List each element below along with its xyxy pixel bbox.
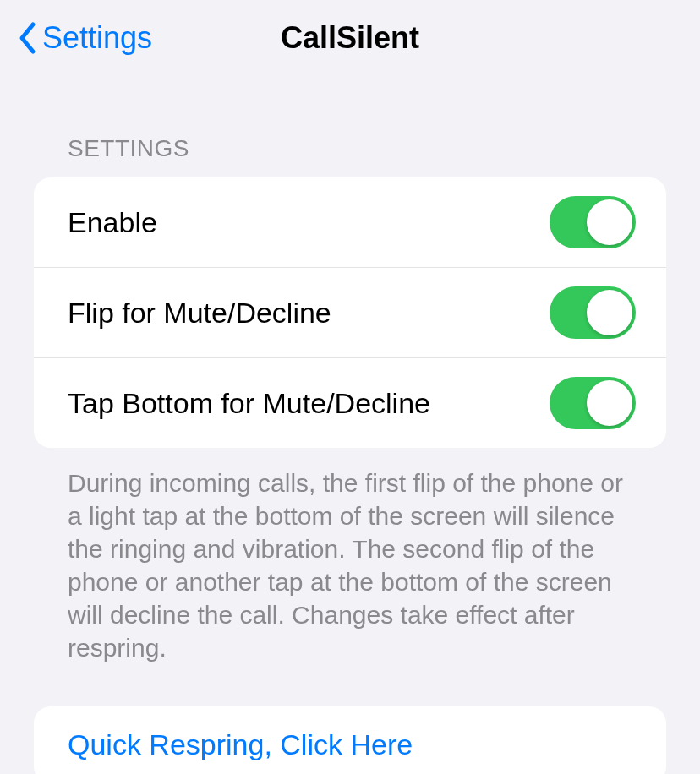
page-title: CallSilent [281,20,419,56]
settings-group: Enable Flip for Mute/Decline Tap Bottom … [34,177,666,448]
content-area: SETTINGS Enable Flip for Mute/Decline Ta… [0,135,700,774]
action-group: Quick Respring, Click Here [34,706,666,774]
section-header: SETTINGS [34,135,666,162]
setting-row-tap: Tap Bottom for Mute/Decline [34,357,666,448]
toggle-knob [587,290,632,335]
setting-label: Flip for Mute/Decline [68,297,331,330]
section-footer-text: During incoming calls, the first flip of… [34,466,666,664]
back-label: Settings [42,20,152,56]
setting-label: Enable [68,206,157,239]
toggle-knob [587,199,632,245]
toggle-enable[interactable] [550,196,636,248]
toggle-tap[interactable] [550,377,636,429]
setting-label: Tap Bottom for Mute/Decline [68,387,430,420]
navigation-bar: Settings CallSilent [0,0,700,76]
respring-button[interactable]: Quick Respring, Click Here [34,706,666,774]
chevron-left-icon [17,21,37,55]
setting-row-flip: Flip for Mute/Decline [34,267,666,357]
toggle-knob [587,380,632,426]
back-button[interactable]: Settings [17,20,152,56]
toggle-flip[interactable] [550,286,636,339]
setting-row-enable: Enable [34,177,666,267]
